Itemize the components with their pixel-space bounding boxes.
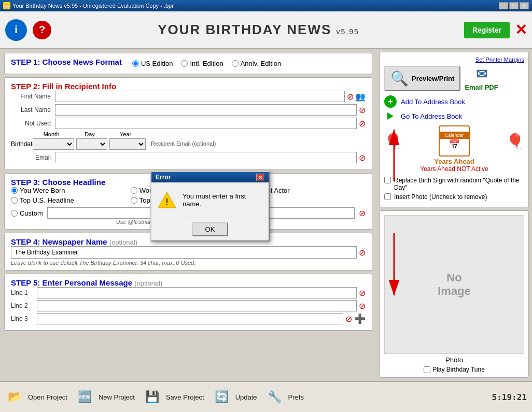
magnify-icon: 🔍 [390, 70, 409, 87]
clear-line3-icon[interactable]: ⊘ [345, 314, 352, 324]
dialog-close-button[interactable]: ✕ [256, 174, 264, 181]
intl-edition-radio[interactable]: Intl. Edition [181, 60, 223, 67]
last-name-input[interactable] [55, 104, 357, 116]
dialog-title: Error [156, 174, 171, 181]
open-project-button[interactable]: 📂 Open Project [5, 388, 67, 406]
birth-day-select[interactable] [76, 138, 107, 150]
step1-row: STEP 1: Choose News Format US Edition In… [11, 58, 366, 69]
line3-input[interactable] [37, 313, 343, 324]
clear-email-icon[interactable]: ⊘ [359, 153, 366, 163]
years-ahead-calendar-icon[interactable]: Calendar 📅 [439, 125, 470, 157]
clock-display: 5:19:21 [492, 392, 527, 402]
last-name-row: Last Name ⊘ [11, 104, 366, 116]
dialog-message: You must enter a first name. [183, 192, 262, 208]
first-name-input[interactable] [55, 91, 345, 102]
close-window-button[interactable]: ✕ [520, 2, 529, 9]
dialog-footer: OK [151, 218, 269, 240]
step3-title: STEP 3: Choose Headline [11, 178, 105, 187]
header-icons: i ? [5, 19, 53, 41]
email-input[interactable] [55, 152, 357, 163]
replace-birth-sign-label: Replace Birth Sign with random "Quote of… [394, 177, 524, 191]
clear-newspaper-icon[interactable]: ⊘ [359, 248, 366, 258]
step2-title: STEP 2: Fill in Recipient Info [11, 82, 116, 91]
insert-photo-checkbox[interactable] [384, 193, 391, 200]
newspaper-name-row: ⊘ [11, 246, 366, 259]
play-tune-row: Play Birthday Tune [424, 366, 485, 373]
play-birthday-tune-checkbox[interactable] [424, 366, 430, 373]
close-app-button[interactable]: ✕ [515, 23, 527, 37]
you-were-born-radio[interactable]: You Were Born [11, 187, 127, 194]
title-bar-controls[interactable]: ─ □ ✕ [499, 2, 529, 9]
first-name-row: First Name ⊘ 👥 [11, 91, 366, 102]
step2-box: STEP 2: Fill in Recipient Info First Nam… [4, 77, 372, 170]
add-to-address-book-label[interactable]: Add To Address Book [401, 98, 465, 106]
open-project-icon: 📂 [5, 388, 24, 406]
clear-lastname-icon[interactable]: ⊘ [359, 105, 366, 115]
no-image-box: No Image [384, 215, 524, 354]
clear-custom-icon[interactable]: ⊘ [359, 208, 366, 218]
save-project-button[interactable]: 💾 Save Project [143, 388, 204, 406]
newspaper-name-input[interactable] [11, 246, 357, 259]
maximize-button[interactable]: □ [509, 2, 519, 9]
birth-month-select[interactable] [33, 138, 74, 150]
insert-photo-row: Insert Photo (Uncheck to remove) [384, 193, 524, 201]
day-sublabel: Day [74, 131, 105, 137]
info-button[interactable]: i [5, 19, 27, 41]
svg-text:!: ! [165, 197, 169, 207]
add-line-icon[interactable]: ➕ [354, 313, 366, 324]
no-image-text: No [446, 271, 461, 285]
last-name-label: Last Name [11, 106, 55, 113]
add-firstname-icon[interactable]: 👥 [355, 92, 366, 102]
save-project-icon: 💾 [143, 388, 162, 406]
photo-label: Photo [445, 356, 463, 364]
replace-birth-sign-checkbox[interactable] [384, 177, 391, 183]
line1-input[interactable] [37, 287, 357, 299]
step4-title: STEP 4: Newspaper Name (optional) [11, 237, 137, 246]
set-printer-margins-link[interactable]: Set Printer Margins [384, 56, 524, 63]
birth-year-select[interactable] [109, 138, 146, 150]
balloons-left-icon: 🎈 [384, 133, 402, 150]
go-to-address-book-row: Go To Address Book [384, 110, 524, 122]
recipient-email-label: Recipient Email (optional) [151, 140, 216, 147]
svg-marker-0 [387, 112, 394, 120]
clear-firstname-icon[interactable]: ⊘ [347, 92, 354, 102]
photo-section: No Image Photo Play Birthday Tune [380, 210, 529, 378]
play-birthday-tune-label: Play Birthday Tune [432, 366, 485, 373]
not-used-input[interactable] [55, 118, 357, 129]
minimize-button[interactable]: ─ [499, 2, 508, 9]
prefs-button[interactable]: 🔧 Prefs [265, 388, 304, 406]
go-to-address-book-label[interactable]: Go To Address Book [401, 112, 462, 120]
birthdate-label: Birthdate [11, 140, 31, 148]
anniv-edition-radio[interactable]: Anniv. Edition [232, 60, 282, 67]
replace-birth-sign-row: Replace Birth Sign with random "Quote of… [384, 177, 524, 191]
update-button[interactable]: 🔄 Update [213, 388, 257, 406]
register-button[interactable]: Register [464, 22, 510, 38]
app-icon: 🎂 [3, 2, 10, 9]
clear-line2-icon[interactable]: ⊘ [359, 301, 366, 311]
new-project-button[interactable]: 🆕 New Project [76, 388, 135, 406]
preview-print-button[interactable]: 🔍 Preview/Print [384, 66, 460, 91]
email-pdf-button[interactable]: ✉ Email PDF [465, 66, 498, 91]
step5-title: STEP 5: Enter Personal Message (optional… [11, 278, 162, 287]
line3-label: Line 3 [11, 315, 37, 322]
clear-line1-icon[interactable]: ⊘ [359, 288, 366, 298]
warning-icon-container: ! [158, 191, 176, 209]
dialog-titlebar: Error ✕ [151, 172, 269, 182]
toolbar-buttons: 📂 Open Project 🆕 New Project 💾 Save Proj… [5, 388, 304, 406]
first-name-label: First Name [11, 93, 55, 100]
line2-input[interactable] [37, 300, 357, 311]
dialog-body: ! You must enter a first name. [151, 182, 269, 218]
header-right: Register ✕ [464, 22, 527, 38]
line3-row: Line 3 ⊘ ➕ [11, 313, 366, 324]
no-image-text2: Image [438, 285, 471, 298]
top-us-headline-radio[interactable]: Top U.S. Headline [11, 196, 127, 204]
help-button[interactable]: ? [31, 19, 53, 41]
clear-notused-icon[interactable]: ⊘ [359, 119, 366, 129]
dialog-ok-button[interactable]: OK [192, 222, 229, 236]
us-edition-radio[interactable]: US Edition [132, 60, 173, 67]
prefs-icon: 🔧 [265, 388, 284, 406]
add-address-book-icon[interactable]: + [384, 95, 397, 108]
step1-box: STEP 1: Choose News Format US Edition In… [4, 53, 372, 74]
custom-radio[interactable]: Custom [11, 209, 43, 217]
go-address-book-icon[interactable] [384, 110, 397, 122]
